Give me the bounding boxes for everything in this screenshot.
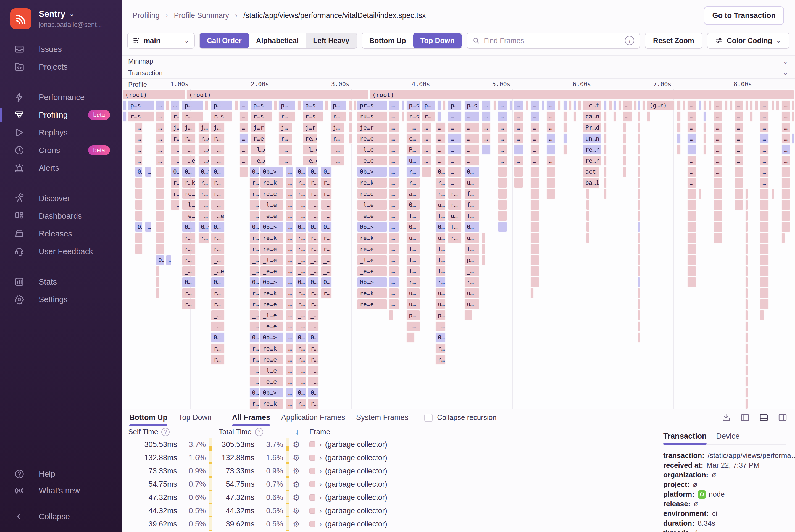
- flame-frame[interactable]: [745, 189, 748, 199]
- flame-frame[interactable]: [274, 100, 277, 111]
- flame-frame[interactable]: _…: [308, 377, 319, 387]
- flame-frame[interactable]: …: [482, 122, 491, 133]
- flame-frame[interactable]: [677, 111, 680, 121]
- flame-frame[interactable]: [735, 189, 743, 199]
- flame-frame[interactable]: …: [482, 100, 491, 111]
- flame-frame[interactable]: [156, 277, 159, 287]
- org-switcher[interactable]: Sentry ⌄ jonas.badalic@sent…: [11, 8, 112, 29]
- flame-frame[interactable]: r…: [211, 133, 225, 144]
- flame-frame[interactable]: j…: [211, 122, 225, 133]
- flame-frame[interactable]: …: [714, 167, 722, 177]
- flame-frame[interactable]: [642, 100, 645, 111]
- flame-frame[interactable]: r…: [211, 355, 225, 365]
- flame-frame[interactable]: [687, 244, 696, 254]
- flame-frame[interactable]: f…: [406, 211, 420, 221]
- transaction-row[interactable]: Transaction ⌄: [121, 67, 795, 78]
- flame-frame[interactable]: r…: [211, 343, 225, 354]
- flame-frame[interactable]: re…r: [583, 145, 601, 155]
- flame-frame[interactable]: [703, 100, 706, 111]
- flame-frame[interactable]: [608, 100, 612, 111]
- flame-frame[interactable]: r…s: [406, 111, 420, 121]
- sidebar-item-issues[interactable]: Issues: [0, 40, 121, 58]
- flame-frame[interactable]: [526, 100, 528, 111]
- flame-frame[interactable]: …: [514, 155, 523, 166]
- flame-frame[interactable]: …: [760, 122, 769, 133]
- flame-frame[interactable]: _l…e: [303, 145, 318, 155]
- flame-frame[interactable]: 0…: [249, 387, 259, 398]
- flame-frame[interactable]: _…: [295, 200, 306, 210]
- flame-frame[interactable]: r…: [295, 244, 306, 254]
- flame-frame[interactable]: j…: [279, 122, 292, 133]
- flame-frame[interactable]: (root): [122, 90, 185, 99]
- flame-frame[interactable]: r…: [211, 244, 225, 254]
- flame-frame[interactable]: [760, 200, 769, 210]
- flame-frame[interactable]: _…: [321, 200, 332, 210]
- flame-frame[interactable]: r…: [182, 111, 203, 121]
- flame-frame[interactable]: _e…e: [251, 155, 266, 166]
- flame-frame[interactable]: [745, 233, 748, 243]
- flame-frame[interactable]: j…r: [198, 122, 209, 133]
- flame-frame[interactable]: act: [583, 167, 599, 177]
- flame-frame[interactable]: r…: [308, 399, 319, 409]
- flame-frame[interactable]: [760, 277, 769, 287]
- flame-frame[interactable]: …: [465, 155, 479, 166]
- flame-frame[interactable]: r…: [321, 177, 332, 188]
- flame-frame[interactable]: 0…: [135, 222, 143, 232]
- flame-frame[interactable]: _l…e: [182, 200, 195, 210]
- flame-frame[interactable]: …: [156, 133, 164, 144]
- flame-frame[interactable]: [389, 310, 393, 320]
- flame-frame[interactable]: r…: [182, 133, 195, 144]
- flame-frame[interactable]: …: [687, 122, 696, 133]
- flame-frame[interactable]: [781, 167, 790, 177]
- sidebar-item-crons[interactable]: Cronsbeta: [0, 141, 121, 159]
- flame-frame[interactable]: [781, 177, 790, 188]
- flame-frame[interactable]: [699, 100, 701, 111]
- flame-frame[interactable]: [760, 299, 769, 309]
- flame-frame[interactable]: 0…: [211, 167, 225, 177]
- flame-frame[interactable]: [354, 100, 357, 111]
- chevron-right-icon[interactable]: ›: [319, 440, 322, 449]
- flame-frame[interactable]: re…e: [303, 133, 318, 144]
- flame-frame[interactable]: 0…: [321, 222, 332, 232]
- flame-frame[interactable]: [623, 155, 627, 166]
- flame-frame[interactable]: [542, 100, 545, 111]
- flame-frame[interactable]: …: [760, 167, 769, 177]
- flame-frame[interactable]: [514, 167, 523, 177]
- flame-frame[interactable]: [714, 189, 722, 199]
- flame-frame[interactable]: r…: [422, 111, 435, 121]
- flame-frame[interactable]: [781, 222, 790, 232]
- flame-frame[interactable]: [563, 122, 567, 133]
- flame-frame[interactable]: [573, 111, 576, 121]
- flame-frame[interactable]: 0…: [156, 255, 164, 265]
- flame-frame[interactable]: [482, 233, 485, 243]
- flame-frame[interactable]: r…: [198, 189, 209, 199]
- flame-frame[interactable]: [573, 100, 576, 111]
- flame-frame[interactable]: re…e: [357, 299, 387, 309]
- flame-frame[interactable]: [730, 100, 733, 111]
- flame-frame[interactable]: [349, 111, 353, 121]
- flame-frame[interactable]: …: [156, 122, 164, 133]
- flame-frame[interactable]: …: [482, 133, 491, 144]
- flame-frame[interactable]: r…: [295, 189, 306, 199]
- flame-frame[interactable]: [714, 222, 722, 232]
- flame-frame[interactable]: _…: [295, 321, 306, 331]
- sidebar-item-collapse[interactable]: Collapse: [0, 508, 121, 525]
- gear-icon[interactable]: ⚙: [289, 519, 304, 529]
- flame-frame[interactable]: _…e: [198, 155, 209, 166]
- flame-frame[interactable]: j…: [330, 122, 344, 133]
- flame-frame[interactable]: [638, 211, 640, 221]
- flame-frame[interactable]: [745, 266, 748, 276]
- flame-frame[interactable]: [638, 233, 640, 243]
- flame-frame[interactable]: …: [389, 145, 399, 155]
- flame-frame[interactable]: [613, 100, 616, 111]
- flame-frame[interactable]: …: [435, 122, 446, 133]
- flame-frame[interactable]: …: [546, 133, 555, 144]
- flame-frame[interactable]: …: [135, 122, 143, 133]
- flame-frame[interactable]: [634, 100, 637, 111]
- flame-frame[interactable]: re…k: [357, 288, 387, 298]
- flame-frame[interactable]: …: [498, 155, 507, 166]
- flame-frame[interactable]: [687, 255, 696, 265]
- flame-frame[interactable]: …: [286, 255, 294, 265]
- flame-frame[interactable]: …: [135, 145, 143, 155]
- flame-frame[interactable]: [745, 100, 748, 111]
